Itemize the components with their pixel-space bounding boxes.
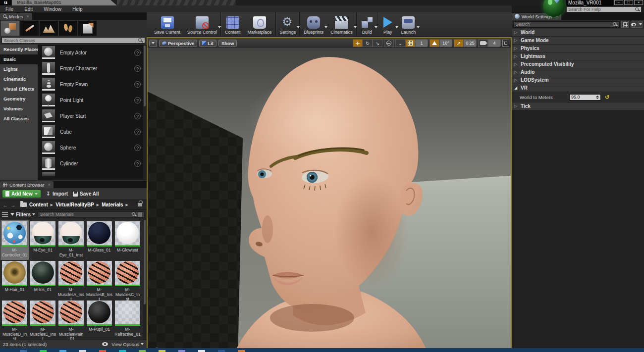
taskbar-app-icon[interactable] <box>59 350 66 352</box>
asset-scrollbar[interactable] <box>143 219 146 340</box>
asset-tile[interactable]: * M-MusclesE_Inst <box>29 300 57 339</box>
filters-button[interactable]: Filters <box>10 212 35 217</box>
taskbar-app-icon[interactable] <box>40 350 47 352</box>
reset-to-default-icon[interactable]: ↺ <box>605 94 609 101</box>
lock-icon[interactable] <box>138 203 142 206</box>
rotation-snap-button[interactable] <box>429 39 439 47</box>
asset-tile[interactable]: * M-MusclesB_Inst <box>85 260 113 300</box>
scale-snap-button[interactable]: ↗ <box>454 39 464 47</box>
search-materials-input[interactable]: Search Materials <box>38 211 145 218</box>
viewport-options-button[interactable] <box>149 40 157 47</box>
asset-tile[interactable]: * M-Eye_01_Inst <box>57 220 85 260</box>
settings-section-header[interactable]: ▷ LODSystem <box>512 76 644 84</box>
toolbar-button[interactable]: Launch <box>398 12 420 36</box>
forward-arrow-icon[interactable]: → <box>10 202 16 208</box>
tab-content-browser[interactable]: Content Browser × <box>0 181 54 188</box>
placeable-item-row[interactable]: Empty Actor ? <box>38 45 147 60</box>
placement-category[interactable]: Visual Effects <box>0 84 38 94</box>
grid-snap-button[interactable] <box>405 39 415 47</box>
view-options-button[interactable] <box>631 21 643 28</box>
modes-scrollbar[interactable] <box>143 45 146 180</box>
taskbar-app-icon[interactable] <box>218 350 225 352</box>
taskbar-app-icon[interactable] <box>178 350 185 352</box>
asset-tile[interactable]: * M-Hair_01 <box>0 260 29 300</box>
asset-tile[interactable]: * M-Glass_01 <box>85 220 113 260</box>
help-icon[interactable]: ? <box>134 81 141 88</box>
toolbar-button[interactable]: Play <box>378 12 398 36</box>
asset-tile[interactable]: * M-Controller_01 <box>0 220 29 260</box>
asset-tile[interactable]: * M-MusclesA_Inst <box>57 260 85 300</box>
taskbar-app-icon[interactable] <box>198 350 205 352</box>
help-icon[interactable]: ? <box>134 160 141 167</box>
help-search-input[interactable]: Search For Help <box>566 6 642 12</box>
move-tool-button[interactable]: ✛ <box>353 39 363 47</box>
view-mode-button[interactable]: Lit <box>199 40 216 47</box>
asset-tile[interactable]: * M-MusclesD_Inst <box>0 300 29 339</box>
tab-modes[interactable]: Modes × <box>0 13 32 20</box>
toolbar-button[interactable]: Settings <box>276 12 300 36</box>
placement-category[interactable]: Lights <box>0 64 38 74</box>
view-options-button[interactable]: View Options <box>102 342 144 347</box>
help-icon[interactable]: ? <box>134 113 141 119</box>
taskbar-app-icon[interactable] <box>20 350 27 352</box>
world-to-meters-input[interactable]: 95.0 <box>569 94 601 101</box>
minimize-button[interactable]: – <box>614 0 623 5</box>
mode-tab[interactable] <box>40 21 58 36</box>
settings-section-header[interactable]: ▷ Physics <box>512 45 644 52</box>
placeable-item-row[interactable]: Cylinder ? <box>38 155 147 171</box>
settings-section-header[interactable]: ▷ World <box>512 29 644 36</box>
search-classes-input[interactable]: Search Classes <box>1 37 145 44</box>
help-icon[interactable]: ? <box>134 97 141 103</box>
import-button[interactable]: ↧ Import <box>46 191 68 197</box>
menu-item[interactable]: Window <box>38 6 67 12</box>
viewport[interactable]: Perspective Lit Show ✛ ↻ ↘ <box>147 37 512 352</box>
placeable-item-row[interactable]: Empty Character ? <box>38 60 147 76</box>
save-search-icon[interactable] <box>138 212 142 217</box>
toolbar-button[interactable]: Marketplace <box>244 12 276 36</box>
taskbar-app-icon[interactable] <box>159 350 165 352</box>
taskbar-app-icon[interactable] <box>79 350 86 352</box>
settings-section-header[interactable]: ▷ Precomputed Visibility <box>512 60 644 68</box>
close-icon[interactable]: × <box>27 14 29 19</box>
scale-tool-button[interactable]: ↘ <box>373 39 382 47</box>
maximize-viewport-button[interactable] <box>502 40 509 47</box>
scale-snap-value[interactable]: 0.25 <box>464 39 477 47</box>
save-all-button[interactable]: Save All <box>73 191 99 197</box>
asset-tile[interactable]: * M-MusclesMain_01 <box>57 300 85 339</box>
add-new-button[interactable]: Add New <box>2 190 41 198</box>
taskbar-app-icon[interactable] <box>119 350 126 352</box>
asset-tile[interactable]: * M-Eye_01 <box>29 220 57 260</box>
close-button[interactable]: × <box>634 0 643 5</box>
help-icon[interactable]: ? <box>134 129 141 135</box>
asset-tile[interactable]: * M-Glowtest <box>113 220 142 260</box>
rotate-tool-button[interactable]: ↻ <box>363 39 373 47</box>
toolbar-button[interactable]: Save Current <box>151 12 184 36</box>
breadcrumb-item[interactable]: Content <box>29 202 48 207</box>
breadcrumb-item[interactable]: VirtualRealityBP <box>55 202 94 207</box>
placement-category[interactable]: Basic <box>0 54 38 64</box>
menu-item[interactable]: Edit <box>19 6 38 12</box>
placement-category[interactable]: Recently Placed <box>0 45 38 54</box>
menu-item[interactable]: File <box>0 6 19 12</box>
toolbar-button[interactable]: Build <box>357 12 377 36</box>
menu-item[interactable]: Help <box>67 6 88 12</box>
placement-category[interactable]: Volumes <box>0 104 38 114</box>
viewport-scene[interactable]: ? Level: Mozilla_BaseMap001 (Persistent) <box>148 48 511 352</box>
property-matrix-button[interactable] <box>621 21 629 28</box>
level-editor-tab[interactable]: Mozilla_BaseMap001 <box>12 0 117 5</box>
settings-section-header-tick[interactable]: ▷ Tick <box>512 102 644 110</box>
breadcrumb-item[interactable]: Materials <box>102 202 123 207</box>
placement-category[interactable]: Cinematic <box>0 74 38 84</box>
mode-tab[interactable] <box>59 21 77 36</box>
camera-mode-button[interactable]: Perspective <box>159 40 197 47</box>
placeable-item-row[interactable]: Point Light ? <box>38 92 147 108</box>
mode-tab[interactable] <box>20 21 39 36</box>
show-flags-button[interactable]: Show <box>218 40 237 47</box>
coordinate-system-button[interactable] <box>384 39 394 47</box>
settings-section-header[interactable]: ▷ Game Mode <box>512 37 644 44</box>
help-icon[interactable]: ? <box>134 65 141 72</box>
camera-speed-button[interactable] <box>478 39 488 47</box>
toolbar-button[interactable]: Source Control <box>184 12 221 36</box>
settings-section-header[interactable]: ▷ Lightmass <box>512 52 644 60</box>
world-settings-search-input[interactable]: Search <box>513 21 620 28</box>
